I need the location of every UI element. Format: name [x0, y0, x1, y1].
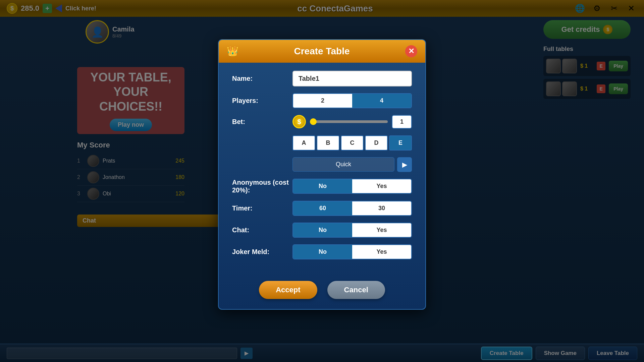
timer-label: Timer:	[232, 204, 292, 212]
players-label: Players:	[232, 97, 292, 105]
name-row: Name:	[232, 71, 412, 86]
anonymous-control: No Yes	[292, 179, 412, 194]
timer-60-button[interactable]: 60	[293, 201, 352, 215]
crown-icon-left: 👑	[227, 46, 238, 57]
modal-footer: Accept Cancel	[219, 274, 425, 309]
joker-yes-button[interactable]: Yes	[352, 245, 411, 259]
modal-close-button[interactable]: ✕	[405, 45, 417, 57]
quick-row: Quick ▶	[232, 157, 412, 172]
chat-control: No Yes	[292, 223, 412, 238]
cat-d-button[interactable]: D	[365, 135, 388, 150]
anonymous-label: Anonymous (cost 20%):	[232, 179, 292, 194]
players-row: Players: 2 4	[232, 93, 412, 108]
bet-value-display: 1	[392, 115, 412, 129]
timer-toggle-group: 60 30	[292, 201, 412, 216]
players-4-button[interactable]: 4	[352, 94, 411, 108]
bet-area: $ 1	[292, 115, 412, 129]
cat-c-button[interactable]: C	[341, 135, 364, 150]
quick-label: Quick	[292, 157, 394, 172]
joker-label: Joker Meld:	[232, 248, 292, 256]
joker-no-button[interactable]: No	[293, 245, 352, 259]
cancel-button[interactable]: Cancel	[327, 281, 385, 299]
name-input[interactable]	[292, 71, 412, 86]
chat-toggle-group: No Yes	[292, 223, 412, 238]
joker-row: Joker Meld: No Yes	[232, 244, 412, 259]
category-group: A B C D E	[292, 135, 412, 150]
accept-button[interactable]: Accept	[259, 281, 317, 299]
timer-row: Timer: 60 30	[232, 201, 412, 216]
chat-yes-button[interactable]: Yes	[352, 223, 411, 237]
create-table-modal: 👑 Create Table ✕ Name: Players: 2 4	[218, 39, 426, 310]
modal-overlay: 👑 Create Table ✕ Name: Players: 2 4	[0, 0, 644, 362]
quick-play-button[interactable]: ▶	[397, 157, 412, 172]
bet-coin-icon: $	[292, 115, 306, 128]
players-control: 2 4	[292, 93, 412, 108]
anonymous-row: Anonymous (cost 20%): No Yes	[232, 179, 412, 194]
modal-header: 👑 Create Table ✕	[219, 40, 425, 63]
name-control	[292, 71, 412, 86]
modal-title: Create Table	[238, 46, 405, 57]
category-row: A B C D E	[232, 135, 412, 150]
bet-label: Bet:	[232, 118, 292, 126]
name-label: Name:	[232, 75, 292, 82]
joker-toggle-group: No Yes	[292, 244, 412, 259]
category-control: A B C D E	[292, 135, 412, 150]
cat-a-button[interactable]: A	[292, 135, 315, 150]
timer-30-button[interactable]: 30	[352, 201, 411, 215]
modal-body: Name: Players: 2 4 Bet:	[219, 63, 425, 274]
bet-control: $ 1	[292, 115, 412, 129]
bet-row: Bet: $ 1	[232, 115, 412, 129]
chat-form-label: Chat:	[232, 226, 292, 234]
joker-control: No Yes	[292, 244, 412, 259]
anonymous-yes-button[interactable]: Yes	[352, 179, 411, 193]
quick-control: Quick ▶	[292, 157, 412, 172]
players-toggle-group: 2 4	[292, 93, 412, 108]
cat-e-button[interactable]: E	[389, 135, 412, 150]
cat-b-button[interactable]: B	[317, 135, 339, 150]
anonymous-no-button[interactable]: No	[293, 179, 352, 193]
timer-control: 60 30	[292, 201, 412, 216]
anonymous-toggle-group: No Yes	[292, 179, 412, 194]
bet-slider[interactable]	[310, 120, 388, 123]
players-2-button[interactable]: 2	[293, 94, 352, 108]
chat-row: Chat: No Yes	[232, 223, 412, 238]
chat-no-button[interactable]: No	[293, 223, 352, 237]
quick-row-inner: Quick ▶	[292, 157, 412, 172]
